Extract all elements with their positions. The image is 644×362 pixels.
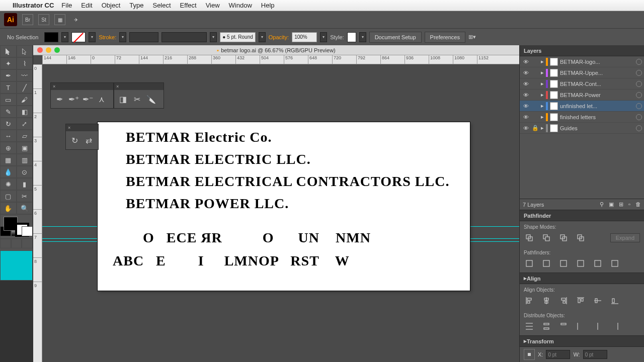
layer-row[interactable]: 👁▸BETMAR-logo... [520,56,644,67]
rectangle-tool[interactable]: ▭ [0,94,17,106]
free-transform-tool[interactable]: ▱ [17,130,33,142]
minus-back-icon[interactable] [609,258,620,268]
lock-icon[interactable]: 🔒 [532,125,539,131]
dist-vcenter-icon[interactable] [541,321,552,331]
knife-icon[interactable]: 🔪 [146,95,155,104]
gpu-button[interactable]: ✈ [70,14,82,25]
align-hcenter-icon[interactable] [541,296,552,306]
floating-panel-3[interactable]: × ↻ ⇄ [65,124,99,150]
visibility-icon[interactable]: 👁 [522,103,530,109]
opacity-field[interactable]: 100% [292,32,317,42]
divide-icon[interactable] [524,258,535,268]
scissors-icon[interactable]: ✂ [132,95,141,104]
add-anchor-icon[interactable]: ✒⁺ [69,95,78,104]
shape-builder-tool[interactable]: ⊕ [0,142,17,154]
clip-mask-icon[interactable]: ▣ [609,201,614,208]
finished-letters-row[interactable]: ABC E I LMNOP RST W [113,253,470,269]
opacity-drop[interactable]: ▾ [320,32,327,42]
reflect-icon[interactable]: ⇄ [84,136,93,145]
delete-anchor-icon[interactable]: ✒⁻ [83,95,92,104]
stroke-weight-down[interactable]: ▾ [119,32,126,42]
curvature-tool[interactable]: 〰 [17,69,33,81]
trash-icon[interactable]: 🗑 [635,201,641,208]
layer-row[interactable]: 👁▸unfinished let... [520,101,644,112]
brush-drop[interactable]: ▾ [259,32,266,42]
graphic-style[interactable] [347,32,356,42]
artboard-tool[interactable]: ▢ [0,190,17,202]
expand-button[interactable]: Expand [610,233,640,242]
menu-object[interactable]: Object [102,2,121,9]
text-line-4[interactable]: BETMAR POWER LLC. [126,196,470,212]
w-field[interactable]: 0 pt [583,350,607,359]
dist-left-icon[interactable] [575,321,586,331]
draw-inside[interactable] [22,238,33,248]
layer-row[interactable]: 👁▸BETMAR-Uppe... [520,67,644,78]
opacity-label[interactable]: Opacity: [269,34,289,40]
stock-button[interactable]: St [38,14,49,25]
draw-behind[interactable] [11,238,22,248]
width-tool[interactable]: ↔ [0,130,17,142]
artboard[interactable]: BETMAR Electric Co. BETMAR ELECTRIC LLC.… [98,122,470,291]
visibility-icon[interactable]: 👁 [522,114,530,120]
menu-effect[interactable]: Effect [180,2,197,9]
canvas[interactable]: BETMAR Electric Co. BETMAR ELECTRIC LLC.… [42,64,519,362]
layer-row[interactable]: 👁▸BETMAR-Power [520,89,644,101]
close-icon[interactable]: × [53,84,55,89]
close-icon[interactable]: × [68,125,70,130]
minus-front-icon[interactable] [541,233,552,243]
zoom-tool[interactable]: 🔍 [17,202,33,214]
variable-width-profile[interactable] [162,32,207,42]
mesh-tool[interactable]: ▦ [0,154,17,166]
none-mode[interactable] [22,226,33,236]
visibility-icon[interactable]: 👁 [522,92,530,98]
merge-icon[interactable] [558,258,569,268]
eraser-tool[interactable]: ◧ [17,106,33,118]
locate-icon[interactable]: ⚲ [600,201,604,208]
align-bottom-icon[interactable] [609,296,620,306]
magic-wand-tool[interactable]: ✦ [0,57,17,69]
window-minimize[interactable] [46,47,51,53]
anchor-point-icon[interactable]: ⋏ [97,95,106,104]
window-zoom[interactable] [54,47,60,53]
menu-edit[interactable]: Edit [81,2,92,9]
eraser-icon[interactable]: ◨ [118,95,127,104]
brush-definition[interactable]: ● 5 pt. Round [220,32,256,42]
floating-panel-1[interactable]: × ✒ ✒⁺ ✒⁻ ⋏ [50,82,114,109]
transform-panel-header[interactable]: ▸ Transform [520,336,644,347]
direct-selection-tool[interactable] [17,45,33,57]
menu-window[interactable]: Window [229,2,252,9]
outline-icon[interactable] [592,258,603,268]
lasso-tool[interactable]: ⌇ [17,57,33,69]
menu-type[interactable]: Type [129,2,143,9]
horizontal-ruler[interactable]: 144 146 0 72 144 216 288 360 432 504 576… [42,55,519,64]
new-sublayer-icon[interactable]: ⊞ [619,201,623,208]
stroke-label[interactable]: Stroke: [99,34,116,40]
menu-select[interactable]: Select [152,2,171,9]
close-icon[interactable]: × [116,84,119,89]
scale-tool[interactable]: ⤢ [17,118,33,130]
fill-dropdown[interactable]: ▾ [61,32,68,42]
align-left-icon[interactable] [524,296,535,306]
crop-icon[interactable] [575,258,586,268]
text-line-3[interactable]: BETMAR ELECTRICAL CONTRACTORS LLC. [126,173,470,190]
trim-icon[interactable] [541,258,552,268]
new-layer-icon[interactable]: ▫ [628,201,630,208]
menu-file[interactable]: File [61,2,72,9]
layer-row[interactable]: 👁▸finished letters [520,112,644,123]
screen-mode-button[interactable] [0,250,33,281]
eyedropper-tool[interactable]: 💧 [0,166,17,178]
visibility-icon[interactable]: 👁 [522,125,530,131]
text-line-2[interactable]: BETMAR ELECTRIC LLC. [126,151,470,167]
paintbrush-tool[interactable]: 🖌 [17,94,33,106]
perspective-tool[interactable]: ▣ [17,142,33,154]
dist-hcenter-icon[interactable] [592,321,603,331]
align-vcenter-icon[interactable] [592,296,603,306]
dist-bottom-icon[interactable] [558,321,569,331]
dist-right-icon[interactable] [609,321,620,331]
visibility-icon[interactable]: 👁 [522,59,530,65]
unite-icon[interactable] [524,233,535,243]
line-tool[interactable]: ╱ [17,81,33,94]
pen-icon[interactable]: ✒ [55,95,64,104]
rotate-tool[interactable]: ↻ [0,118,17,130]
style-drop[interactable]: ▾ [359,32,366,42]
